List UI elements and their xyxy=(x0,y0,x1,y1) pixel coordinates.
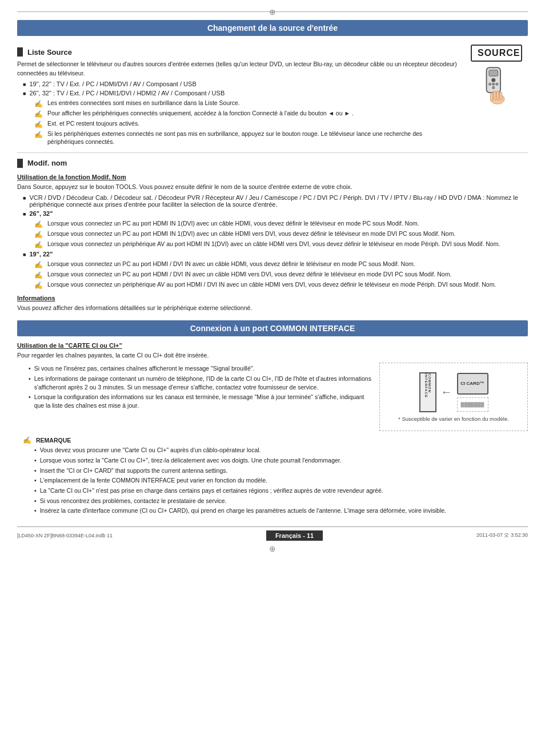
svg-point-3 xyxy=(488,83,491,86)
ci-inner-diagram: COMMON INTERFACE ← CI CARD™ ▓▓▓▓▓▓▓ xyxy=(419,372,488,412)
note-pen-icon-2: ✍ xyxy=(34,110,45,118)
svg-point-5 xyxy=(495,83,498,86)
remarque-6: Si vous rencontrez des problèmes, contac… xyxy=(34,497,528,505)
note-item-3: ✍ Ext. et PC restent toujours activés. xyxy=(34,119,459,128)
ci-bullet-3: Lorsque la configuration des information… xyxy=(29,393,374,409)
utilisation-text: Dans Source, appuyez sur le bouton TOOLS… xyxy=(17,183,528,192)
liste-source-section: Liste Source Permet de sélectionner le t… xyxy=(17,42,528,148)
note-item-1: ✍ Les entrées connectées sont mises en s… xyxy=(34,99,459,107)
remarque-5: La "Carte CI ou CI+" n'est pas prise en … xyxy=(34,486,528,495)
bullet-26-32: 26", 32" : TV / Ext. / PC / HDMI1/DVI / … xyxy=(23,90,459,96)
source-label: SOURCE xyxy=(471,45,522,62)
remarque-block: ✍ REMARQUE Vous devez vous procurer une … xyxy=(23,436,528,515)
size-19-22-bullet: 19", 22" xyxy=(23,251,528,258)
ci-card: CI CARD™ xyxy=(457,373,488,395)
ci-slot: COMMON INTERFACE xyxy=(419,372,436,412)
informations-heading: Informations xyxy=(17,295,528,301)
section2-banner: Connexion à un port COMMON INTERFACE xyxy=(17,320,528,336)
note-pen-19-2: ✍ xyxy=(34,271,45,279)
note-pen-icon: ✍ xyxy=(34,99,45,107)
svg-rect-8 xyxy=(491,93,493,100)
bullet-19-22: 19", 22" : TV / Ext. / PC / HDMI/DVI / A… xyxy=(23,81,459,87)
page-number: Français - 11 xyxy=(266,530,323,541)
note-19-3: ✍ Lorsque vous connectez un périphérique… xyxy=(34,280,528,289)
note-pen-19-1: ✍ xyxy=(34,260,45,268)
note-pen-26-1: ✍ xyxy=(34,220,45,228)
remarque-7: Insérez la carte d'interface commune (CI… xyxy=(34,506,528,515)
footer-right: 2011-03-07 오 3:52:30 xyxy=(476,532,528,539)
svg-rect-1 xyxy=(489,70,498,77)
ci-image-area: COMMON INTERFACE ← CI CARD™ ▓▓▓▓▓▓▓ * Su… xyxy=(379,363,528,431)
remarque-1: Vous devez vous procurer une "Carte CI o… xyxy=(34,446,528,455)
section1-banner: Changement de la source d'entrée xyxy=(17,20,528,36)
note-item-4: ✍ Si les périphériques externes connecté… xyxy=(34,130,459,146)
note-19-2: ✍ Lorsque vous connectez un PC au port H… xyxy=(34,270,528,279)
divider-1 xyxy=(17,152,528,153)
top-decoration: ⊕ xyxy=(17,11,528,12)
ci-intro: Pour regarder les chaînes payantes, la c… xyxy=(17,351,528,360)
note-pen-19-3: ✍ xyxy=(34,281,45,289)
svg-rect-10 xyxy=(496,91,499,100)
liste-source-content: Liste Source Permet de sélectionner le t… xyxy=(17,42,459,148)
size-26-32-bullet: 26", 32" xyxy=(23,210,528,217)
remarque-4: L'emplacement de la fente COMMON INTERFA… xyxy=(34,476,528,485)
vcr-bullet: VCR / DVD / Décodeur Cab. / Décodeur sat… xyxy=(23,194,528,208)
note-26-2: ✍ Lorsque vous connectez un PC au port H… xyxy=(34,230,528,238)
liste-source-intro: Permet de sélectionner le téléviseur ou … xyxy=(17,60,459,78)
note-pen-26-2: ✍ xyxy=(34,230,45,238)
note-26-1: ✍ Lorsque vous connectez un PC au port H… xyxy=(34,219,528,228)
bottom-symbol: ⊕ xyxy=(17,544,528,553)
top-circle-symbol: ⊕ xyxy=(269,7,276,17)
ci-section: Si vous ne l'insérez pas, certaines chaî… xyxy=(17,363,528,431)
note-pen-icon-3: ✍ xyxy=(34,120,45,128)
footer-left: [LD450-XN ZF]BN68-03394E-L04.indb 11 xyxy=(17,533,113,538)
remarque-2: Lorsque vous sortez la "Carte CI ou CI+"… xyxy=(34,456,528,465)
utilisation-heading: Utilisation de la fonction Modif. Nom xyxy=(17,174,528,180)
svg-point-2 xyxy=(491,78,495,82)
remarque-pen-icon: ✍ xyxy=(23,436,33,444)
ci-caption: * Susceptible de varier en fonction du m… xyxy=(398,416,509,422)
note-26-3: ✍ Lorsque vous connectez un périphérique… xyxy=(34,240,528,248)
svg-point-6 xyxy=(492,86,495,89)
informations-text: Vous pouvez afficher des informations dé… xyxy=(17,304,528,313)
source-image-area: SOURCE xyxy=(465,45,528,105)
note-pen-icon-4: ✍ xyxy=(34,130,45,138)
ci-bullet-1: Si vous ne l'insérez pas, certaines chaî… xyxy=(29,364,374,373)
remarque-3: Insert the "CI or CI+ CARD" that support… xyxy=(34,467,528,475)
note-19-1: ✍ Lorsque vous connectez un PC au port H… xyxy=(34,260,528,268)
note-pen-26-3: ✍ xyxy=(34,240,45,248)
svg-rect-9 xyxy=(494,91,496,100)
remarque-title: ✍ REMARQUE xyxy=(23,436,528,444)
ci-content-left: Si vous ne l'insérez pas, certaines chaî… xyxy=(17,363,374,411)
liste-source-title: Liste Source xyxy=(17,47,459,57)
note-item-2: ✍ Pour afficher les périphériques connec… xyxy=(34,109,459,118)
modif-nom-title: Modif. nom xyxy=(17,159,528,168)
remote-hand-svg xyxy=(476,65,516,105)
svg-point-4 xyxy=(492,83,495,86)
ci-bullet-2: Les informations de pairage contenant un… xyxy=(29,375,374,391)
ci-heading: Utilisation de la "CARTE CI ou CI+" xyxy=(17,342,528,349)
page-footer: [LD450-XN ZF]BN68-03394E-L04.indb 11 Fra… xyxy=(17,526,528,541)
svg-rect-11 xyxy=(499,92,502,100)
ci-arrow-icon: ← xyxy=(441,385,452,399)
